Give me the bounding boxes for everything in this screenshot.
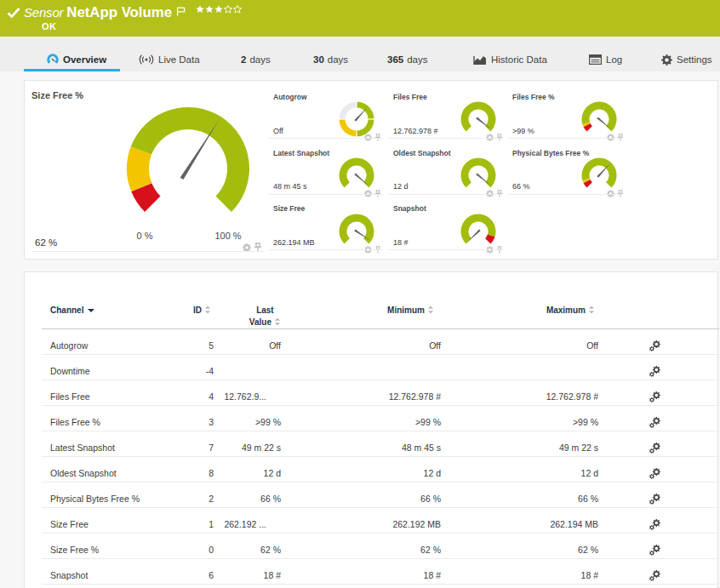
priority-stars[interactable] <box>196 5 242 14</box>
star-filled-icon[interactable] <box>205 5 214 14</box>
channel-settings-icon[interactable] <box>649 442 719 454</box>
channel-row: Files Free % 3 >99 % >99 % >99 % <box>42 405 719 431</box>
gear-icon[interactable] <box>607 129 614 145</box>
channel-maximum-cell: 18 # <box>441 558 598 584</box>
column-header-maximum[interactable]: Maximum <box>546 305 595 327</box>
column-header-minimum[interactable]: Minimum <box>387 305 434 327</box>
column-header-last-value[interactable]: Last Value <box>249 305 281 328</box>
channel-settings-icon[interactable] <box>649 366 719 377</box>
log-icon <box>589 54 602 65</box>
mini-gauge-value: 12.762.978 # <box>393 127 438 135</box>
channel-id-cell: 4 <box>176 380 214 405</box>
channel-maximum-cell: 49 m 22 s <box>441 431 598 456</box>
sensor-kind-label: Sensor <box>24 5 63 20</box>
sort-icon <box>588 305 595 314</box>
gear-icon[interactable] <box>243 240 251 255</box>
tab-bar: Overview Live Data 2 days 30 days 365 da… <box>0 37 720 71</box>
tile-underline <box>31 251 265 252</box>
pin-icon[interactable] <box>617 129 624 145</box>
tile-underline <box>508 138 622 139</box>
tile-underline <box>389 194 503 195</box>
tab-30-days-number: 30 <box>313 54 324 65</box>
mini-gauge-actions <box>364 129 381 145</box>
tab-365-days-number: 365 <box>387 54 403 65</box>
gear-icon[interactable] <box>486 129 494 145</box>
channel-minimum-cell: 262.192 MB <box>281 507 441 533</box>
mini-gauge-value: Off <box>273 127 283 135</box>
tab-overview-label: Overview <box>63 54 106 65</box>
main-gauge-actions <box>243 240 262 255</box>
channel-name-cell: Physical Bytes Free % <box>42 482 176 507</box>
channel-maximum-cell: Off <box>441 328 598 354</box>
channel-settings-icon[interactable] <box>649 545 719 556</box>
flag-icon[interactable] <box>176 4 186 20</box>
mini-gauge-title: Snapshot <box>393 204 426 213</box>
channel-maximum-cell: 66 % <box>441 482 598 507</box>
channel-name-cell: Snapshot <box>42 558 176 584</box>
channel-row: Downtime -4 <box>42 354 719 380</box>
column-header-id[interactable]: ID <box>193 305 211 327</box>
mini-gauge-title: Size Free <box>273 204 305 213</box>
mini-gauge-value: 48 m 45 s <box>273 182 307 191</box>
channel-row: Physical Bytes Free % 2 66 % 66 % 66 % <box>42 482 719 507</box>
tab-settings[interactable]: Settings <box>661 37 712 71</box>
channel-settings-icon[interactable] <box>649 519 719 530</box>
tile-underline <box>389 138 503 139</box>
channel-id-cell: 0 <box>176 533 214 558</box>
tab-historic-data[interactable]: Historic Data <box>473 37 547 71</box>
channel-row: Files Free 4 12.762.9... 12.762.978 # 12… <box>42 380 719 405</box>
channel-settings-icon[interactable] <box>649 340 719 351</box>
channel-table-panel: Channel ID Last Value Minimum <box>24 271 718 588</box>
tile-underline <box>508 194 622 195</box>
channel-maximum-cell <box>441 354 598 380</box>
channel-last-value-cell: 66 % <box>214 482 281 507</box>
main-gauge-min-label: 0 % <box>126 231 163 241</box>
channel-settings-icon[interactable] <box>649 570 719 581</box>
sensor-title: NetApp Volume <box>66 4 172 20</box>
channel-last-value-cell: 18 # <box>214 558 281 584</box>
channel-settings-icon[interactable] <box>649 468 719 479</box>
main-gauge-max-label: 100 % <box>209 231 247 241</box>
tab-overview[interactable]: Overview <box>47 37 106 71</box>
mini-gauge-actions <box>607 129 624 145</box>
channel-row: Snapshot 6 18 # 18 # 18 # <box>42 558 719 584</box>
channel-id-cell: 7 <box>176 431 214 456</box>
channel-settings-icon[interactable] <box>649 391 719 402</box>
star-empty-icon[interactable] <box>224 5 232 14</box>
channel-id-cell: 5 <box>176 328 214 354</box>
channel-name-cell: Latest Snapshot <box>42 431 176 456</box>
channel-settings-icon[interactable] <box>649 417 719 428</box>
pin-icon[interactable] <box>496 129 503 145</box>
channel-last-value-cell: >99 % <box>214 405 281 431</box>
channel-minimum-cell: 62 % <box>281 533 441 558</box>
channel-maximum-cell: 62 % <box>441 533 598 558</box>
tab-30-days[interactable]: 30 days <box>313 37 348 71</box>
channel-last-value-cell: 12.762.9... <box>214 380 281 405</box>
column-header-channel[interactable]: Channel <box>50 305 94 327</box>
tab-live-data[interactable]: Live Data <box>139 37 200 71</box>
mini-gauge-actions <box>486 129 503 145</box>
pin-icon[interactable] <box>374 129 381 145</box>
channel-id-cell: 2 <box>176 482 214 507</box>
sensor-status-bar: Sensor NetApp Volume OK <box>0 0 720 37</box>
tab-365-days[interactable]: 365 days <box>387 37 427 71</box>
star-empty-icon[interactable] <box>233 5 242 14</box>
channel-minimum-cell: >99 % <box>281 405 441 431</box>
sensor-status-text: OK <box>42 21 57 31</box>
main-gauge-value: 62 % <box>35 237 57 248</box>
star-filled-icon[interactable] <box>214 5 223 14</box>
tile-underline <box>389 249 503 250</box>
channel-minimum-cell: 12.762.978 # <box>281 380 441 405</box>
mini-gauge-title: Autogrow <box>273 93 307 101</box>
star-filled-icon[interactable] <box>196 5 204 14</box>
channel-table: Channel ID Last Value Minimum <box>42 272 719 585</box>
tab-2-days-label: days <box>249 54 270 65</box>
channel-last-value-cell: 262.192 ... <box>214 507 281 533</box>
gear-icon[interactable] <box>364 129 372 145</box>
tab-log[interactable]: Log <box>589 37 622 71</box>
tab-2-days[interactable]: 2 days <box>241 37 271 71</box>
channel-settings-icon[interactable] <box>649 494 719 505</box>
channel-maximum-cell: >99 % <box>441 405 598 431</box>
pin-icon[interactable] <box>254 240 262 255</box>
mini-gauge-title: Oldest Snapshot <box>393 149 451 157</box>
